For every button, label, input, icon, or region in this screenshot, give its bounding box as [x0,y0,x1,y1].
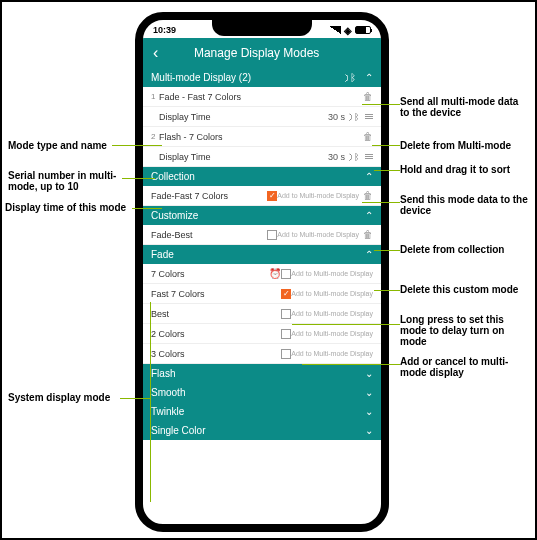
annotation: Send all multi-mode data to the device [400,96,530,118]
drag-handle-icon[interactable] [365,114,373,119]
fade-item[interactable]: 7 Colors ⏰ Add to Multi-mode Display [143,264,381,284]
add-label: Add to Multi-mode Display [291,290,373,297]
notch [212,20,312,36]
annotation: Serial number in multi-mode, up to 10 [8,170,128,192]
add-label: Add to Multi-mode Display [291,330,373,337]
annotation-line [372,145,400,146]
annotation: System display mode [8,392,128,403]
fade-title: Fade [151,249,174,260]
time-label: Display Time [159,152,328,162]
add-label: Add to Multi-mode Display [291,310,373,317]
fade-item[interactable]: Fast 7 Colors ✓ Add to Multi-mode Displa… [143,284,381,304]
add-checkbox[interactable]: ✓ [281,289,291,299]
add-checkbox[interactable] [267,230,277,240]
multimode-title: Multi-mode Display (2) [151,72,251,83]
add-label: Add to Multi-mode Display [291,350,373,357]
battery-icon [355,26,371,34]
multimode-header[interactable]: Multi-mode Display (2) ⟯ᛒ ⌃ [143,68,381,87]
mode-name: Flash - 7 Colors [159,132,363,142]
add-checkbox[interactable] [281,309,291,319]
caret-icon[interactable]: ⌃ [365,72,373,83]
serial-number: 2 [151,132,159,141]
mode-name: Fade - Fast 7 Colors [159,92,363,102]
annotation: Delete this custom mode [400,284,530,295]
collection-header[interactable]: Collection ⌃ [143,167,381,186]
time-value[interactable]: 30 s [328,112,345,122]
wifi-icon: ◈ [344,25,352,36]
page-title: Manage Display Modes [178,46,335,60]
annotation-line [132,208,162,209]
add-label: Add to Multi-mode Display [291,270,373,277]
single-header[interactable]: Single Color ⌄ [143,421,381,440]
bluetooth-send-icon[interactable]: ⟯ᛒ [349,112,359,122]
single-title: Single Color [151,425,205,436]
delete-icon[interactable]: 🗑 [363,91,373,102]
flash-title: Flash [151,368,175,379]
add-checkbox[interactable]: ✓ [267,191,277,201]
smooth-header[interactable]: Smooth ⌄ [143,383,381,402]
timer-icon[interactable]: ⏰ [269,268,281,279]
multimode-item-time: Display Time 30 s ⟯ᛒ [143,107,381,127]
annotation-line [112,145,162,146]
twinkle-title: Twinkle [151,406,184,417]
phone-frame: 10:39 ◈ ‹ Manage Display Modes Multi-mod… [135,12,389,532]
mode-name: Best [151,309,281,319]
delete-icon[interactable]: 🗑 [363,229,373,240]
annotation-line [362,202,400,203]
mode-name: 2 Colors [151,329,281,339]
caret-icon[interactable]: ⌃ [365,171,373,182]
caret-icon[interactable]: ⌄ [365,425,373,436]
add-label: Add to Multi-mode Display [277,231,359,238]
annotation: Send this mode data to the device [400,194,530,216]
drag-handle-icon[interactable] [365,154,373,159]
collection-title: Collection [151,171,195,182]
bluetooth-send-icon[interactable]: ⟯ᛒ [349,152,359,162]
multimode-item-name: 2 Flash - 7 Colors 🗑 [143,127,381,147]
fade-item[interactable]: 2 Colors Add to Multi-mode Display [143,324,381,344]
annotation-line [150,302,151,502]
annotation-line [302,364,400,365]
bluetooth-send-all-icon[interactable]: ⟯ᛒ [345,72,356,83]
annotation: Long press to set this mode to delay tur… [400,314,530,347]
annotation: Hold and drag it to sort [400,164,530,175]
customize-item[interactable]: Fade-Best Add to Multi-mode Display 🗑 [143,225,381,245]
annotation-line [292,324,400,325]
collection-item[interactable]: Fade-Fast 7 Colors ✓ Add to Multi-mode D… [143,186,381,206]
mode-name: Fade-Fast 7 Colors [151,191,267,201]
status-right: ◈ [329,25,371,36]
fade-item[interactable]: Best Add to Multi-mode Display [143,304,381,324]
fade-item[interactable]: 3 Colors Add to Multi-mode Display [143,344,381,364]
annotation: Mode type and name [8,140,128,151]
mode-name: 3 Colors [151,349,281,359]
caret-icon[interactable]: ⌃ [365,249,373,260]
delete-icon[interactable]: 🗑 [363,131,373,142]
caret-icon[interactable]: ⌃ [365,210,373,221]
annotation-line [362,104,400,105]
time-value[interactable]: 30 s [328,152,345,162]
annotation: Delete from Multi-mode [400,140,530,151]
annotation-line [374,250,400,251]
mode-name: Fast 7 Colors [151,289,281,299]
flash-header[interactable]: Flash ⌄ [143,364,381,383]
customize-header[interactable]: Customize ⌃ [143,206,381,225]
add-checkbox[interactable] [281,269,291,279]
back-button[interactable]: ‹ [153,44,158,62]
delete-icon[interactable]: 🗑 [363,190,373,201]
status-time: 10:39 [153,25,176,35]
annotation-line [122,178,155,179]
caret-icon[interactable]: ⌄ [365,406,373,417]
caret-icon[interactable]: ⌄ [365,387,373,398]
annotation-line [374,170,400,171]
caret-icon[interactable]: ⌄ [365,368,373,379]
serial-number: 1 [151,92,159,101]
mode-name: Fade-Best [151,230,267,240]
add-checkbox[interactable] [281,349,291,359]
add-label: Add to Multi-mode Display [277,192,359,199]
twinkle-header[interactable]: Twinkle ⌄ [143,402,381,421]
mode-name: 7 Colors [151,269,269,279]
fade-header[interactable]: Fade ⌃ [143,245,381,264]
multimode-item-time: Display Time 30 s ⟯ᛒ [143,147,381,167]
signal-icon [329,26,341,34]
add-checkbox[interactable] [281,329,291,339]
multimode-item-name: 1 Fade - Fast 7 Colors 🗑 [143,87,381,107]
